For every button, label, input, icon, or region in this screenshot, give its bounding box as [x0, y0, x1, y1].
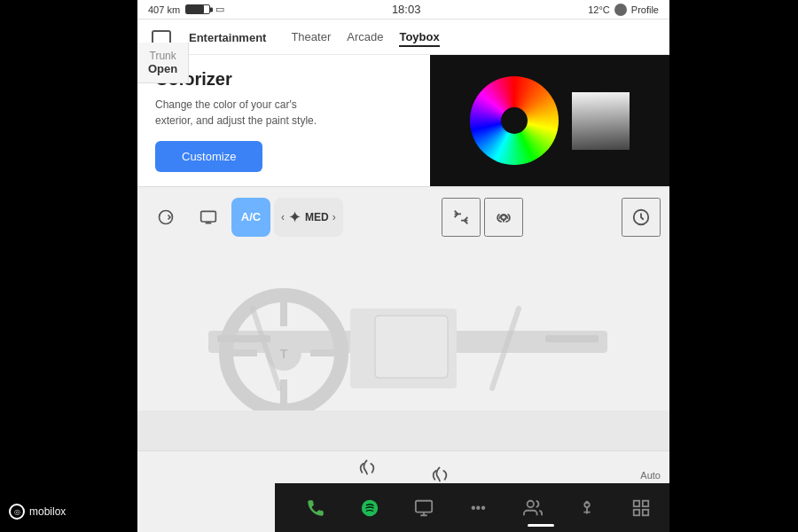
trunk-panel: Trunk Open	[137, 43, 189, 83]
screen-taskbar-button[interactable]	[410, 494, 438, 522]
tesla-screen: 407 km ▭ 18:03 12°C Profile Entertainmen…	[137, 0, 669, 532]
time-display: 18:03	[392, 3, 421, 16]
left-bezel	[0, 0, 137, 532]
fan-increase-button[interactable]: ›	[332, 211, 336, 223]
customize-button[interactable]: Customize	[155, 141, 262, 172]
entertainment-tabs: Theater Arcade Toybox	[291, 28, 439, 47]
car-interior-view: T Auto Auto	[137, 246, 669, 499]
ac-button[interactable]: A/C	[231, 198, 270, 237]
recycle-button[interactable]	[442, 198, 481, 237]
svg-rect-18	[137, 411, 669, 450]
svg-rect-16	[217, 335, 270, 342]
color-picker-area	[430, 55, 669, 186]
svg-rect-0	[201, 211, 216, 222]
taskbar: •••	[275, 483, 669, 532]
mobilox-branding: ◎ mobilox	[9, 504, 66, 520]
right-bezel	[669, 0, 798, 532]
mobilox-logo: ◎	[9, 504, 25, 520]
colorizer-title: Colorizer	[155, 69, 412, 90]
color-wheel	[470, 76, 559, 165]
status-bar: 407 km ▭ 18:03 12°C Profile	[137, 0, 669, 20]
fan-speed-label: MED	[305, 211, 329, 223]
svg-point-21	[527, 500, 533, 506]
fan-decrease-button[interactable]: ‹	[281, 211, 285, 223]
tab-arcade[interactable]: Arcade	[347, 28, 383, 47]
screen-icon: ▭	[215, 4, 224, 15]
distance-display: 407 km	[148, 4, 180, 15]
svg-rect-20	[416, 500, 432, 512]
spotify-button[interactable]	[356, 494, 384, 522]
users-button[interactable]	[519, 494, 547, 522]
recirculate-button[interactable]	[146, 198, 185, 237]
svg-text:T: T	[280, 347, 288, 361]
svg-rect-27	[643, 509, 648, 514]
more-menu-button[interactable]: •••	[464, 494, 492, 522]
fan-speed-control: ‹ ✦ MED ›	[274, 198, 343, 237]
fan-icon: ✦	[288, 207, 301, 227]
svg-rect-24	[634, 500, 639, 505]
trunk-label: Trunk	[148, 50, 177, 62]
status-left: 407 km ▭	[148, 4, 224, 15]
profile-label: Profile	[631, 4, 659, 15]
svg-point-19	[362, 499, 378, 515]
battery-fill	[186, 5, 204, 13]
entertainment-label: Entertainment	[189, 31, 266, 44]
color-wheel-center	[501, 107, 528, 134]
svg-point-23	[586, 501, 588, 503]
car-interior-svg: T	[137, 246, 669, 450]
svg-rect-13	[375, 316, 448, 378]
mobilox-label: mobilox	[29, 505, 66, 518]
right-heat-button[interactable]	[430, 466, 450, 485]
biohazard-button[interactable]	[484, 198, 523, 237]
grid-button[interactable]	[627, 494, 655, 522]
temperature-display: 12°C	[588, 4, 610, 15]
status-right: 12°C Profile	[588, 4, 659, 16]
entertainment-header: Entertainment Theater Arcade Toybox	[137, 20, 669, 55]
svg-rect-25	[643, 500, 648, 505]
right-auto-label: Auto	[640, 470, 661, 481]
color-square	[572, 92, 630, 150]
taskbar-indicator	[528, 524, 554, 527]
clock-button[interactable]	[622, 198, 661, 237]
ac-controls-bar: A/C ‹ ✦ MED ›	[137, 186, 669, 246]
screen-button[interactable]	[189, 198, 228, 237]
trunk-value: Open	[148, 62, 177, 75]
svg-rect-26	[634, 509, 639, 514]
joystick-button[interactable]	[573, 494, 601, 522]
colorizer-section: Colorizer Change the color of your car's…	[137, 55, 669, 186]
tab-theater[interactable]: Theater	[291, 28, 331, 47]
profile-icon	[614, 4, 627, 16]
colorizer-description: Change the color of your car's exterior,…	[155, 97, 332, 129]
svg-rect-17	[545, 335, 598, 342]
tab-toybox[interactable]: Toybox	[399, 28, 439, 47]
phone-button[interactable]	[301, 494, 330, 522]
battery-indicator	[185, 4, 210, 14]
